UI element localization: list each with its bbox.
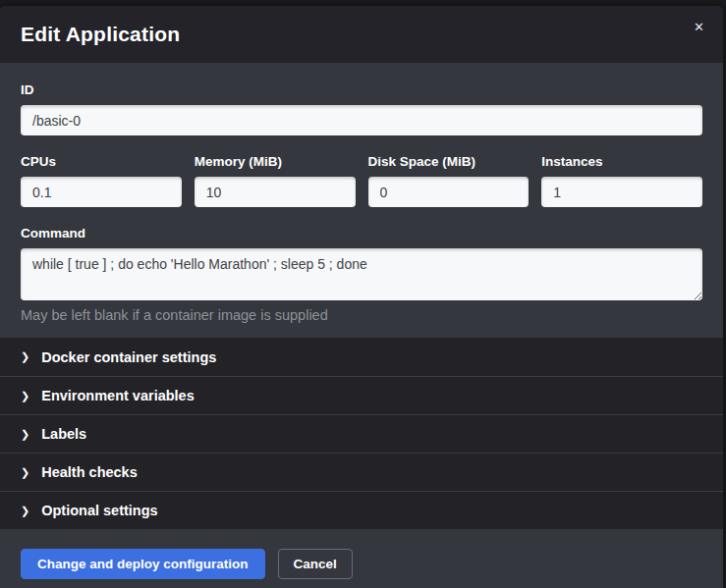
id-field-group: ID — [21, 82, 702, 135]
memory-field-group: Memory (MiB) — [195, 154, 356, 207]
command-field-group: Command while [ true ] ; do echo 'Hello … — [21, 226, 702, 323]
instances-field-group: Instances — [541, 154, 702, 207]
close-icon: ✕ — [694, 20, 704, 34]
chevron-right-icon: ❯ — [21, 467, 29, 478]
accordion-label: Labels — [41, 426, 86, 442]
disk-input[interactable] — [368, 177, 530, 207]
accordion-section-health-checks[interactable]: ❯ Health checks — [0, 453, 723, 491]
modal-footer: Change and deploy configuration Cancel — [0, 529, 723, 588]
command-help-text: May be left blank if a container image i… — [21, 307, 702, 323]
accordion-label: Docker container settings — [41, 349, 216, 365]
chevron-right-icon: ❯ — [21, 351, 29, 362]
accordion-section-docker[interactable]: ❯ Docker container settings — [0, 338, 723, 376]
cpus-label: CPUs — [21, 154, 182, 169]
chevron-right-icon: ❯ — [21, 506, 29, 516]
accordion-label: Optional settings — [41, 503, 157, 518]
id-label: ID — [21, 82, 702, 97]
close-button[interactable]: ✕ — [688, 16, 710, 38]
cancel-button[interactable]: Cancel — [278, 549, 353, 579]
resources-row: CPUs Memory (MiB) Disk Space (MiB) Insta… — [21, 154, 702, 226]
cpus-field-group: CPUs — [21, 154, 182, 207]
cpus-input[interactable] — [21, 177, 182, 207]
memory-label: Memory (MiB) — [195, 154, 356, 169]
accordion-section-labels[interactable]: ❯ Labels — [0, 414, 723, 453]
disk-field-group: Disk Space (MiB) — [368, 154, 530, 207]
id-input[interactable] — [21, 105, 702, 135]
accordion: ❯ Docker container settings ❯ Environmen… — [0, 338, 723, 529]
command-textarea[interactable]: while [ true ] ; do echo 'Hello Marathon… — [21, 248, 702, 300]
change-and-deploy-button[interactable]: Change and deploy configuration — [21, 549, 265, 579]
accordion-section-environment[interactable]: ❯ Environment variables — [0, 376, 723, 414]
accordion-section-optional-settings[interactable]: ❯ Optional settings — [0, 491, 723, 529]
chevron-right-icon: ❯ — [21, 429, 29, 440]
memory-input[interactable] — [195, 177, 356, 207]
modal-header: Edit Application ✕ — [0, 6, 723, 63]
accordion-label: Environment variables — [41, 388, 195, 403]
instances-label: Instances — [541, 154, 702, 169]
chevron-right-icon: ❯ — [21, 391, 29, 401]
command-label: Command — [21, 226, 702, 241]
disk-label: Disk Space (MiB) — [368, 154, 530, 169]
edit-application-modal: Edit Application ✕ ID CPUs Memory (MiB) … — [0, 6, 723, 588]
modal-title: Edit Application — [21, 23, 180, 46]
modal-body: ID CPUs Memory (MiB) Disk Space (MiB) In… — [0, 63, 723, 338]
accordion-label: Health checks — [41, 464, 138, 480]
instances-input[interactable] — [541, 177, 702, 207]
